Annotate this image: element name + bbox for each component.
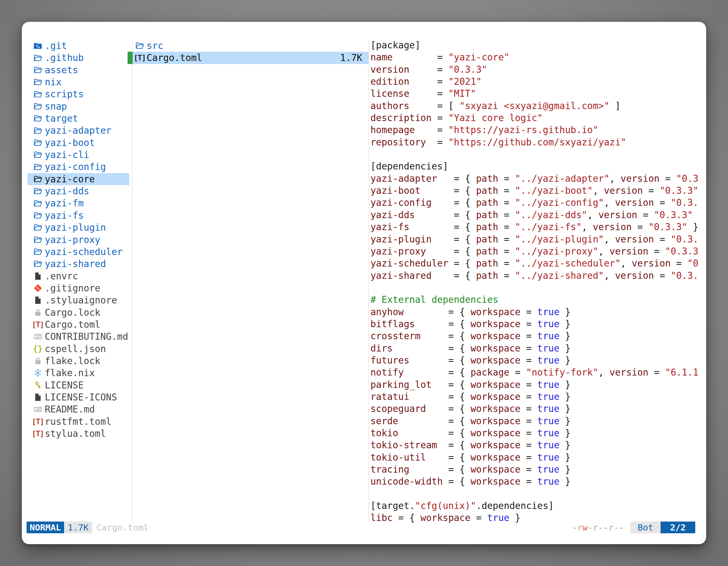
- file-item-target[interactable]: target: [27, 112, 129, 125]
- preview-code-line: ratatui = { workspace = true }: [370, 391, 705, 403]
- file-item-label: snap: [45, 100, 67, 112]
- file-item-yazi-fs[interactable]: yazi-fs: [27, 210, 129, 222]
- file-item-label: yazi-shared: [45, 258, 106, 270]
- file-item--styluaignore[interactable]: .styluaignore: [27, 294, 129, 306]
- file-item-cargo-toml[interactable]: [T]Cargo.toml1.7K: [128, 52, 368, 64]
- preview-code-line: scopeguard = { workspace = true }: [370, 403, 705, 415]
- folder-icon: [33, 211, 43, 220]
- parent-pane-file-list[interactable]: .git.githubassetsnixscriptssnaptargetyaz…: [27, 40, 129, 440]
- file-item--git[interactable]: .git: [27, 40, 129, 52]
- file-item-yazi-fm[interactable]: yazi-fm: [27, 197, 129, 209]
- file-item-label: yazi-fm: [45, 197, 84, 209]
- file-item-yazi-config[interactable]: yazi-config: [27, 161, 129, 173]
- file-item-label: .envrc: [45, 270, 78, 282]
- status-right: -rw-r--r-- Bot 2/2: [572, 522, 695, 533]
- status-left: NORMAL 1.7K Cargo.toml: [27, 522, 149, 533]
- file-item-label: nix: [45, 76, 62, 88]
- file-item-rustfmt-toml[interactable]: [T]rustfmt.toml: [27, 415, 129, 427]
- preview-code-line: notify = { package = "notify-fork", vers…: [370, 367, 705, 379]
- current-pane-file-list[interactable]: src[T]Cargo.toml1.7K: [128, 40, 368, 64]
- file-item-label: src: [147, 40, 163, 52]
- file-item-label: CONTRIBUTING.md: [45, 330, 128, 342]
- file-item-nix[interactable]: nix: [27, 76, 129, 88]
- preview-code-line: # External dependencies: [370, 294, 705, 306]
- file-item-snap[interactable]: snap: [27, 100, 129, 112]
- file-item--envrc[interactable]: .envrc: [27, 270, 129, 282]
- folder-icon: [33, 174, 43, 184]
- lock-icon: [33, 307, 43, 317]
- file-item-yazi-shared[interactable]: yazi-shared: [27, 258, 129, 270]
- file-item-yazi-plugin[interactable]: yazi-plugin: [27, 222, 129, 234]
- braces-icon: {}: [33, 344, 43, 353]
- toml-icon: [T]: [135, 53, 144, 63]
- scroll-position-badge: Bot: [630, 522, 661, 533]
- toml-icon: [T]: [33, 320, 43, 329]
- file-item-assets[interactable]: assets: [27, 64, 129, 76]
- toml-glyph: [T]: [134, 52, 146, 64]
- file-item-yazi-boot[interactable]: yazi-boot: [27, 137, 129, 149]
- folder-icon: [33, 247, 43, 257]
- file-item-cargo-lock[interactable]: Cargo.lock: [27, 306, 129, 318]
- file-item-yazi-cli[interactable]: yazi-cli: [27, 149, 129, 161]
- file-item-body: [T]Cargo.toml1.7K: [133, 52, 368, 64]
- preview-code-line: [target."cfg(unix)".dependencies]: [370, 500, 705, 512]
- file-item-label: yazi-config: [45, 161, 106, 173]
- pane-separator-left: [132, 40, 133, 523]
- folder-icon: [33, 223, 43, 233]
- file-item-label: .styluaignore: [45, 294, 117, 306]
- file-item--gitignore[interactable]: .gitignore: [27, 282, 129, 294]
- file-item-stylua-toml[interactable]: [T]stylua.toml: [27, 427, 129, 440]
- folder-icon: [33, 138, 43, 147]
- file-item-flake-nix[interactable]: flake.nix: [27, 367, 129, 379]
- file-item-label: .gitignore: [45, 282, 100, 294]
- preview-code-line: version = "0.3.3": [370, 64, 705, 76]
- file-item-cspell-json[interactable]: {}cspell.json: [27, 343, 129, 355]
- file-item-yazi-proxy[interactable]: yazi-proxy: [27, 234, 129, 246]
- file-item-label: target: [45, 112, 78, 125]
- preview-code-line: authors = [ "sxyazi <sxyazi@gmail.com>" …: [370, 100, 705, 112]
- markdown-icon: [33, 332, 43, 341]
- file-item-src[interactable]: src: [128, 40, 368, 52]
- file-item-license-icons[interactable]: LICENSE-ICONS: [27, 391, 129, 403]
- preview-code-line: [370, 149, 705, 161]
- lock-icon: [33, 356, 43, 366]
- folder-icon: [33, 78, 43, 87]
- file-item-scripts[interactable]: scripts: [27, 88, 129, 100]
- file-item-cargo-toml[interactable]: [T]Cargo.toml: [27, 318, 129, 330]
- file-item-label: yazi-fs: [45, 210, 84, 222]
- file-preview-pane[interactable]: [package]name = "yazi-core"version = "0.…: [370, 40, 705, 525]
- file-item-label: stylua.toml: [45, 427, 106, 440]
- folder-icon: [135, 41, 144, 51]
- preview-code-line: yazi-adapter = { path = "../yazi-adapter…: [370, 173, 705, 185]
- file-item-label: yazi-cli: [45, 149, 89, 161]
- file-item-yazi-adapter[interactable]: yazi-adapter: [27, 125, 129, 137]
- preview-code-line: yazi-plugin = { path = "../yazi-plugin",…: [370, 234, 705, 246]
- file-item--github[interactable]: .github: [27, 52, 129, 64]
- folder-icon: [33, 187, 43, 196]
- file-item-yazi-scheduler[interactable]: yazi-scheduler: [27, 246, 129, 258]
- preview-code-line: description = "Yazi core logic": [370, 112, 705, 125]
- folder-icon: [33, 90, 43, 99]
- file-item-label: .github: [45, 52, 84, 64]
- preview-code-line: parking_lot = { workspace = true }: [370, 379, 705, 391]
- file-item-contributing-md[interactable]: CONTRIBUTING.md: [27, 330, 129, 342]
- preview-code-line: tracing = { workspace = true }: [370, 464, 705, 476]
- folder-icon: [33, 259, 43, 269]
- preview-code-line: yazi-config = { path = "../yazi-config",…: [370, 197, 705, 209]
- file-item-readme-md[interactable]: README.md: [27, 403, 129, 415]
- file-item-yazi-dds[interactable]: yazi-dds: [27, 185, 129, 197]
- file-item-label: yazi-plugin: [45, 222, 106, 234]
- file-item-label: .git: [45, 40, 67, 52]
- preview-code-line: crossterm = { workspace = true }: [370, 330, 705, 342]
- cursor-counter-badge: 2/2: [661, 522, 695, 533]
- file-item-label: yazi-boot: [45, 137, 95, 149]
- file-item-label: LICENSE-ICONS: [45, 391, 117, 403]
- toml-glyph: [T]: [32, 427, 44, 440]
- hover-marker: [128, 52, 133, 64]
- preview-code-line: tokio-stream = { workspace = true }: [370, 440, 705, 452]
- folder-icon: [33, 150, 43, 160]
- file-item-yazi-core[interactable]: yazi-core: [27, 173, 129, 185]
- preview-code-line: [370, 282, 705, 294]
- file-item-flake-lock[interactable]: flake.lock: [27, 355, 129, 367]
- file-item-license[interactable]: LICENSE: [27, 379, 129, 391]
